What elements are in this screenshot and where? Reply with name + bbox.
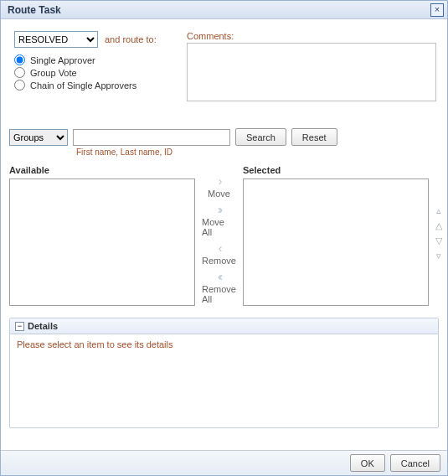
titlebar: Route Task × [1, 1, 447, 19]
remove-all-label: Remove All [202, 284, 236, 304]
details-title: Details [28, 321, 58, 331]
search-input[interactable] [73, 129, 230, 146]
remove-button[interactable]: ‹ Remove [202, 242, 236, 266]
search-hint: First name, Last name, ID [76, 147, 439, 157]
selected-label: Selected [243, 165, 429, 175]
radio-single-approver[interactable]: Single Approver [14, 54, 172, 65]
comments-column: Comments: [187, 31, 439, 103]
route-config-column: RESOLVED and route to: Single Approver G… [9, 31, 172, 92]
collapse-icon[interactable]: − [15, 322, 24, 331]
comments-label: Comments: [187, 31, 439, 41]
move-down-icon[interactable]: ▽ [435, 235, 442, 246]
double-chevron-left-icon: ‹‹ [218, 271, 220, 282]
chevron-right-icon: › [219, 175, 220, 187]
radio-chain[interactable]: Chain of Single Approvers [14, 80, 172, 91]
route-task-dialog: Route Task × RESOLVED and route to: Sing… [0, 0, 448, 476]
details-panel: − Details Please select an item to see i… [9, 318, 439, 428]
reset-button[interactable]: Reset [291, 128, 337, 146]
top-row: RESOLVED and route to: Single Approver G… [9, 31, 439, 103]
radio-chain-input[interactable] [14, 80, 25, 91]
move-controls: › Move ›› Move All ‹ Remove ‹‹ Remove Al… [202, 165, 236, 304]
shuttle: Available › Move ›› Move All ‹ Remove ‹‹ [9, 165, 439, 306]
selected-column: Selected [243, 165, 429, 306]
and-route-to-label: and route to: [105, 34, 157, 44]
ok-button[interactable]: OK [350, 454, 385, 472]
move-all-label: Move All [202, 217, 236, 237]
radio-group-vote[interactable]: Group Vote [14, 67, 172, 78]
close-icon[interactable]: × [430, 3, 444, 17]
content-area: RESOLVED and route to: Single Approver G… [1, 19, 447, 433]
radio-group-vote-input[interactable] [14, 67, 25, 78]
radio-single-approver-label: Single Approver [30, 55, 95, 65]
move-label: Move [208, 189, 230, 199]
remove-all-button[interactable]: ‹‹ Remove All [202, 271, 236, 304]
route-mode-radios: Single Approver Group Vote Chain of Sing… [14, 54, 172, 91]
move-all-button[interactable]: ›› Move All [202, 204, 236, 237]
double-chevron-right-icon: ›› [218, 204, 220, 215]
remove-label: Remove [202, 256, 236, 266]
search-row: Groups Search Reset [9, 128, 439, 146]
search-button[interactable]: Search [235, 128, 286, 146]
move-top-icon[interactable]: ▵ [436, 205, 441, 215]
radio-group-vote-label: Group Vote [30, 68, 77, 78]
footer: OK Cancel [1, 450, 447, 475]
available-column: Available [9, 165, 195, 306]
details-body: Please select an item to see its details [10, 334, 438, 354]
radio-single-approver-input[interactable] [14, 54, 25, 65]
comments-textarea[interactable] [187, 43, 436, 101]
available-label: Available [9, 165, 195, 175]
status-select[interactable]: RESOLVED [14, 31, 98, 48]
radio-chain-label: Chain of Single Approvers [30, 80, 136, 91]
dialog-title: Route Task [8, 4, 430, 16]
cancel-button[interactable]: Cancel [390, 454, 440, 472]
move-button[interactable]: › Move [208, 175, 230, 199]
move-up-icon[interactable]: △ [435, 220, 442, 230]
selected-list[interactable] [243, 178, 429, 306]
scope-select[interactable]: Groups [9, 129, 68, 146]
move-bottom-icon[interactable]: ▿ [436, 251, 441, 261]
details-header: − Details [10, 318, 438, 334]
reorder-controls: ▵ △ ▽ ▿ [435, 165, 442, 261]
chevron-left-icon: ‹ [219, 242, 220, 254]
available-list[interactable] [9, 178, 195, 306]
